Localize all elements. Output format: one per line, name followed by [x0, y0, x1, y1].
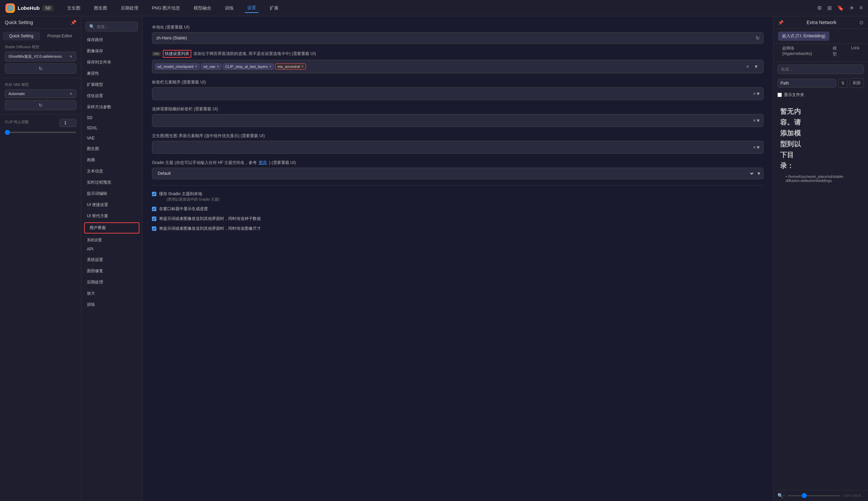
menu-item-vae[interactable]: VAE: [81, 133, 142, 143]
ui-order-select[interactable]: × ▼: [152, 141, 763, 154]
search-box[interactable]: 🔍: [86, 22, 138, 32]
show-folder-checkbox[interactable]: [778, 93, 782, 97]
hidden-tabs-dropdown-icon[interactable]: ▼: [756, 118, 760, 123]
tags-dropdown-button[interactable]: ▼: [752, 63, 760, 71]
tabbar-select[interactable]: × ▼: [152, 87, 763, 100]
tab-models[interactable]: 模型: [829, 44, 844, 59]
right-search-input[interactable]: [778, 64, 864, 74]
sun-icon[interactable]: ☀: [849, 5, 854, 11]
tags-container[interactable]: sd_model_checkpoint × sd_vae × CLIP_stop…: [152, 60, 763, 73]
clip-label: CLIP 终止层数: [5, 119, 29, 125]
localization-field: 本地化 (需要重载 UI) zh-Hans (Stable) ↻: [152, 24, 763, 44]
tags-clear-button[interactable]: ×: [744, 63, 751, 71]
checkbox-send-size-input[interactable]: [152, 226, 156, 231]
sidebar-pin-icon[interactable]: 📌: [70, 20, 76, 25]
checkbox-cache-input[interactable]: [152, 192, 156, 196]
right-panel-expand-icon[interactable]: ⊡: [859, 20, 863, 25]
nav-item-settings[interactable]: 设置: [244, 3, 259, 13]
menu-item-user-interface[interactable]: 用户界面: [84, 222, 140, 234]
tabbar-clear-icon[interactable]: ×: [753, 91, 756, 96]
zoom-out-button[interactable]: 🔍-: [778, 493, 785, 498]
model-refresh-button[interactable]: ↻: [5, 63, 76, 74]
menu-item-sdxl[interactable]: SDXL: [81, 123, 142, 133]
tag-clip-stop-close[interactable]: ×: [269, 64, 271, 68]
path-select[interactable]: Path: [778, 79, 836, 88]
menu-item-optimization[interactable]: 优化设置: [81, 90, 142, 102]
model-select-arrow-icon: ▼: [69, 55, 73, 58]
localization-refresh-button[interactable]: ↻: [754, 34, 762, 42]
menu-item-train[interactable]: 训练: [81, 299, 142, 310]
tab-embedding[interactable]: 嵌入式 (T.I. Embedding): [778, 32, 829, 41]
nav-item-txt2img[interactable]: 文生图: [64, 4, 83, 12]
menu-item-ui-alt[interactable]: UI 替代方案: [81, 211, 142, 222]
zoom-slider[interactable]: [788, 495, 840, 496]
menu-icon[interactable]: ≡: [859, 5, 862, 11]
tag-sd-vae-text: sd_vae: [203, 64, 215, 68]
tag-sd-vae-close[interactable]: ×: [217, 64, 219, 68]
right-panel-pin-icon[interactable]: 📌: [778, 20, 783, 25]
menu-item-img2img[interactable]: 图生图: [81, 143, 142, 154]
settings-icon[interactable]: ⚙: [817, 5, 822, 11]
show-folder-row: 显示文件夹: [773, 90, 868, 99]
app-name: LobeHub: [18, 5, 40, 11]
localization-actions: ↻: [752, 33, 763, 43]
menu-item-prompt-edit[interactable]: 提示词编辑: [81, 188, 142, 199]
nav-item-train[interactable]: 训练: [222, 4, 237, 12]
hidden-tabs-clear-icon[interactable]: ×: [753, 118, 756, 123]
localization-select-input[interactable]: zh-Hans (Stable): [152, 33, 752, 43]
ui-order-dropdown-icon[interactable]: ▼: [756, 145, 760, 150]
nav-item-extensions[interactable]: 扩展: [267, 4, 281, 12]
tab-quick-setting[interactable]: Quick Setting: [3, 32, 40, 40]
nav-item-postprocess[interactable]: 后期处理: [118, 4, 141, 12]
ui-order-clear-icon[interactable]: ×: [753, 145, 756, 150]
logo: 🌐 LobeHub SD: [6, 3, 54, 13]
gradio-theme-select-input[interactable]: Default: [152, 168, 754, 179]
show-folder-label: 显示文件夹: [784, 92, 804, 98]
sd-badge: SD: [42, 5, 54, 11]
grid-icon[interactable]: ⊞: [827, 5, 832, 11]
gradio-theme-gallery-link[interactable]: 图库: [259, 160, 267, 166]
empty-content: 暂无内容。请添加模型到以下目录： /home4/yyz/work_place/s…: [773, 99, 868, 193]
tab-prompt-editor[interactable]: Prompt Editor: [41, 32, 79, 40]
tag-eta-close[interactable]: ×: [301, 64, 304, 68]
menu-item-extension-models[interactable]: 扩展模型: [81, 79, 142, 90]
menu-item-text-info[interactable]: 文本信息: [81, 166, 142, 177]
bookmark-icon[interactable]: 🔖: [837, 5, 844, 11]
menu-item-system-settings[interactable]: 系统设置: [81, 254, 142, 265]
gradio-theme-select: Default ▼: [152, 168, 763, 179]
menu-item-compatibility[interactable]: 兼容性: [81, 68, 142, 79]
menu-item-sd[interactable]: SD: [81, 113, 142, 123]
menu-item-save-path[interactable]: 保存路径: [81, 34, 142, 45]
menu-item-gallery[interactable]: 画廊: [81, 154, 142, 166]
hidden-tabs-select[interactable]: × ▼: [152, 114, 763, 127]
menu-item-image-save[interactable]: 图像保存: [81, 45, 142, 57]
tab-hypernetwork[interactable]: 超网络 (Hypernetworks): [778, 44, 826, 59]
menu-item-ui-quick[interactable]: UI 便捷设置: [81, 199, 142, 211]
right-panel-tabs2: 超网络 (Hypernetworks) 模型 Lora: [773, 44, 868, 62]
menu-item-face-restore[interactable]: 面部修复: [81, 265, 142, 277]
search-input[interactable]: [97, 24, 134, 29]
nav-item-img2img[interactable]: 图生图: [91, 4, 110, 12]
tag-sd-model: sd_model_checkpoint ×: [155, 63, 199, 70]
tabbar-dropdown-icon[interactable]: ▼: [756, 91, 760, 96]
refresh-button[interactable]: 刷新: [850, 78, 864, 88]
nav-item-merge[interactable]: 模型融合: [191, 4, 214, 12]
model-select[interactable]: GhostMix鬼混_V2.0.safetensors ▼: [5, 52, 76, 62]
menu-item-sampling-params[interactable]: 采样方法参数: [81, 102, 142, 113]
menu-item-upscale[interactable]: 放大: [81, 288, 142, 299]
vae-select[interactable]: Automatic ▼: [5, 89, 76, 98]
nav-item-png-info[interactable]: PNG 图片信息: [149, 4, 183, 12]
vae-refresh-button[interactable]: ↻: [5, 100, 76, 110]
clip-slider[interactable]: [5, 132, 76, 133]
clip-input[interactable]: 1: [59, 119, 76, 127]
menu-item-api[interactable]: API: [81, 244, 142, 254]
menu-item-postprocess[interactable]: 后期处理: [81, 277, 142, 288]
gradio-theme-dropdown-icon[interactable]: ▼: [754, 169, 763, 178]
sort-button[interactable]: ⇅: [838, 79, 848, 88]
checkbox-send-seed-input[interactable]: [152, 216, 156, 221]
tag-sd-model-close[interactable]: ×: [195, 64, 197, 68]
menu-item-save-to-folder[interactable]: 保存到文件夹: [81, 57, 142, 68]
tab-lora[interactable]: Lora: [847, 44, 863, 59]
checkbox-progress-input[interactable]: [152, 207, 156, 211]
menu-item-live-preview[interactable]: 实时过程预览: [81, 177, 142, 188]
